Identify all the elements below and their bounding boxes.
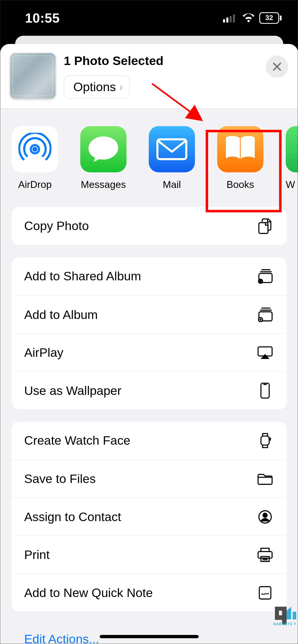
messages-icon (80, 126, 126, 172)
action-label: Use as Wallpaper (24, 383, 121, 397)
svg-point-26 (263, 513, 267, 517)
svg-rect-20 (261, 383, 269, 398)
action-print[interactable]: Print (12, 536, 287, 574)
share-sheet-header: 1 Photo Selected Options › (0, 44, 298, 109)
battery-level: 32 (259, 12, 279, 24)
app-whatsapp[interactable]: W (286, 126, 298, 191)
airdrop-icon (12, 126, 58, 172)
svg-point-12 (260, 280, 261, 281)
shared-album-icon (256, 269, 274, 284)
chevron-right-icon: › (119, 80, 123, 93)
share-title: 1 Photo Selected (64, 54, 258, 68)
share-apps-row[interactable]: AirDrop Messages Mail Books (0, 109, 298, 207)
close-icon (272, 62, 282, 72)
svg-rect-0 (223, 19, 225, 23)
svg-rect-32 (259, 586, 271, 599)
options-button[interactable]: Options › (64, 75, 130, 99)
cellular-icon (223, 13, 238, 23)
action-group-1: Copy Photo (12, 207, 287, 245)
app-label: W (286, 179, 298, 191)
svg-rect-36 (293, 612, 296, 619)
svg-point-5 (32, 147, 38, 152)
action-group-3: Create Watch Face Save to Files Assign t… (12, 422, 287, 611)
app-label: Books (227, 179, 254, 191)
svg-rect-2 (230, 16, 232, 23)
share-sheet: 1 Photo Selected Options › AirDrop (0, 44, 298, 644)
app-label: AirDrop (18, 179, 52, 191)
action-wallpaper[interactable]: Use as Wallpaper (12, 371, 287, 409)
watermark: GADGETS T (270, 604, 298, 627)
status-time: 10:55 (25, 10, 60, 26)
app-messages[interactable]: Messages (80, 126, 126, 191)
svg-rect-22 (261, 436, 269, 445)
airplay-icon (256, 345, 274, 359)
action-airplay[interactable]: AirPlay (12, 333, 287, 371)
action-label: Add to Album (24, 308, 98, 321)
action-label: Add to Shared Album (24, 269, 141, 283)
app-airdrop[interactable]: AirDrop (12, 126, 58, 191)
action-copy-photo[interactable]: Copy Photo (12, 207, 287, 245)
printer-icon (256, 547, 274, 562)
svg-rect-7 (259, 223, 268, 233)
action-add-album[interactable]: Add to Album (12, 295, 287, 333)
app-books[interactable]: Books (217, 126, 263, 191)
note-icon (256, 585, 274, 600)
folder-icon (256, 472, 274, 485)
photo-thumbnail[interactable] (10, 53, 56, 99)
svg-rect-1 (226, 18, 228, 23)
action-add-shared-album[interactable]: Add to Shared Album (12, 257, 287, 295)
app-mail[interactable]: Mail (149, 126, 195, 191)
close-button[interactable] (266, 56, 288, 78)
action-group-2: Add to Shared Album Add to Album AirPlay (12, 257, 287, 409)
mail-icon (149, 126, 195, 172)
action-label: Add to New Quick Note (24, 586, 153, 600)
action-assign-contact[interactable]: Assign to Contact (12, 497, 287, 536)
svg-rect-6 (157, 139, 186, 159)
svg-rect-35 (275, 615, 287, 620)
action-watch-face[interactable]: Create Watch Face (12, 422, 287, 460)
action-label: Create Watch Face (24, 433, 130, 447)
action-quick-note[interactable]: Add to New Quick Note (12, 573, 287, 611)
phone-icon (256, 382, 274, 399)
battery-indicator: 32 (259, 12, 282, 24)
album-icon (256, 307, 274, 322)
action-label: Save to Files (24, 472, 96, 486)
status-bar: 10:55 32 (0, 0, 298, 36)
action-label: Copy Photo (24, 219, 89, 233)
watermark-text: GADGETS T (273, 622, 296, 626)
action-label: Assign to Contact (24, 510, 121, 524)
edit-actions-link[interactable]: Edit Actions... (12, 624, 287, 644)
copy-icon (256, 218, 274, 234)
app-label: Mail (163, 179, 181, 191)
person-circle-icon (256, 509, 274, 524)
wifi-icon (242, 13, 255, 23)
action-label: AirPlay (24, 345, 63, 359)
svg-rect-3 (233, 14, 235, 23)
svg-rect-23 (269, 438, 271, 440)
action-label: Print (24, 548, 49, 562)
watch-icon (256, 432, 274, 449)
home-indicator[interactable] (100, 635, 199, 638)
action-save-files[interactable]: Save to Files (12, 460, 287, 498)
app-label: Messages (81, 179, 126, 191)
options-label: Options (73, 80, 116, 94)
books-icon (217, 126, 263, 172)
whatsapp-icon (286, 126, 298, 172)
svg-rect-28 (258, 551, 272, 558)
